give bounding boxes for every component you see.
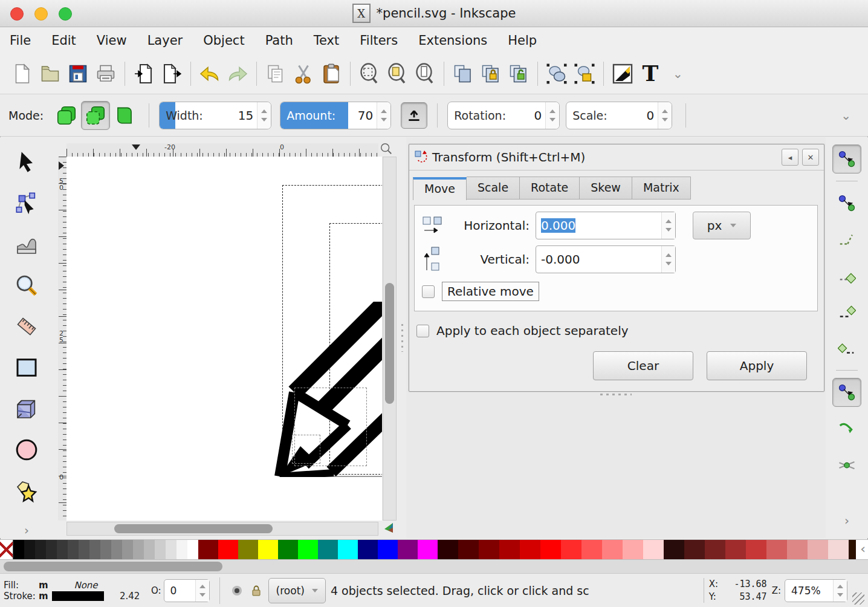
import-button[interactable]: [130, 60, 158, 88]
unlink-clone-button[interactable]: [505, 60, 533, 88]
zoom-input[interactable]: 475%: [785, 579, 847, 602]
menu-filters[interactable]: Filters: [360, 33, 398, 48]
dock-collapse-button[interactable]: ◂: [782, 149, 798, 166]
undo-button[interactable]: [196, 60, 224, 88]
palette-swatch[interactable]: [24, 540, 35, 559]
palette-swatch[interactable]: [100, 540, 111, 559]
palette-swatch[interactable]: [418, 540, 438, 559]
palette-swatch[interactable]: [79, 540, 89, 559]
apply-each-checkbox[interactable]: [416, 325, 429, 337]
palette-swatch[interactable]: [187, 540, 198, 559]
width-spinner-arrows[interactable]: [257, 102, 271, 129]
palette-swatch[interactable]: [144, 540, 155, 559]
tab-rotate[interactable]: Rotate: [520, 177, 580, 200]
palette-swatch[interactable]: [438, 540, 458, 559]
palette-swatch[interactable]: [298, 540, 318, 559]
palette-swatch[interactable]: [623, 540, 643, 559]
menu-object[interactable]: Object: [203, 33, 244, 48]
palette-swatch[interactable]: [499, 540, 520, 559]
palette-swatch[interactable]: [787, 540, 808, 559]
scale-spinner-arrows[interactable]: [658, 102, 672, 129]
tab-move[interactable]: Move: [413, 177, 467, 200]
zoom-tool-button[interactable]: [13, 271, 40, 299]
palette-swatch[interactable]: [458, 540, 479, 559]
tweak-mode-jitter-button[interactable]: [110, 101, 139, 130]
snap-bbox-corners-icon[interactable]: [832, 261, 861, 290]
amount-spinner-arrows[interactable]: [377, 102, 390, 129]
text-tool-button[interactable]: T: [636, 60, 664, 88]
width-spin-slider[interactable]: Width: 15: [159, 102, 271, 129]
palette-swatch[interactable]: [358, 540, 378, 559]
palette-swatch[interactable]: [746, 540, 766, 559]
paste-button[interactable]: [317, 60, 345, 88]
palette-swatch[interactable]: [238, 540, 258, 559]
palette-swatch[interactable]: [540, 540, 561, 559]
vertical-input[interactable]: -0.000: [536, 245, 676, 273]
snapbar-overflow-chevron-icon[interactable]: ›: [844, 513, 849, 528]
canvas-viewport[interactable]: [66, 157, 382, 521]
apply-button[interactable]: Apply: [707, 351, 807, 380]
window-resize-grip[interactable]: [852, 592, 864, 605]
zoom-page-button[interactable]: [411, 60, 439, 88]
palette-swatch[interactable]: [258, 540, 278, 559]
palette-swatch[interactable]: [602, 540, 623, 559]
snap-nodes-button[interactable]: [832, 378, 861, 407]
palette-swatch[interactable]: [218, 540, 238, 559]
tweak-mode-move-in-out-button[interactable]: [81, 101, 110, 130]
fill-stroke-dialog-button[interactable]: [609, 60, 636, 88]
snap-bbox-button[interactable]: [832, 189, 861, 218]
3dbox-tool-button[interactable]: [13, 395, 40, 423]
palette-swatch[interactable]: [684, 540, 705, 559]
layer-visibility-icon[interactable]: [230, 583, 244, 598]
print-button[interactable]: [92, 60, 120, 88]
palette-swatch[interactable]: [166, 540, 177, 559]
layer-lock-icon[interactable]: [249, 583, 264, 598]
palette-scrollbar[interactable]: [0, 560, 868, 573]
snap-bbox-edges-icon[interactable]: [832, 225, 861, 254]
pressure-sensitivity-button[interactable]: [401, 102, 427, 129]
snap-to-paths-icon[interactable]: [832, 414, 861, 443]
export-button[interactable]: [158, 60, 186, 88]
scale-spin-slider[interactable]: Scale: 0: [566, 102, 672, 129]
rectangle-tool-button[interactable]: [13, 354, 40, 381]
menu-text[interactable]: Text: [314, 33, 339, 48]
palette-swatch[interactable]: [46, 540, 57, 559]
tab-matrix[interactable]: Matrix: [632, 177, 691, 200]
palette-swatch[interactable]: [89, 540, 100, 559]
palette-scroll-left-icon[interactable]: ‹: [860, 541, 866, 556]
snap-bbox-centers-icon[interactable]: [832, 334, 861, 363]
copy-button[interactable]: [262, 60, 290, 88]
snap-path-intersections-icon[interactable]: [832, 450, 861, 479]
vertical-scrollbar[interactable]: [383, 157, 397, 521]
rotation-spinner-arrows[interactable]: [545, 102, 559, 129]
palette-swatch[interactable]: [155, 540, 166, 559]
vertical-spinner-arrows[interactable]: [661, 246, 675, 273]
zoom-drawing-button[interactable]: [383, 60, 411, 88]
toolbox-overflow-chevron-icon[interactable]: ›: [24, 523, 29, 537]
palette-swatch[interactable]: [318, 540, 338, 559]
dock-resize-grip[interactable]: [406, 394, 826, 395]
palette-scrollbar-thumb[interactable]: [4, 562, 222, 571]
zoom-spinner-arrows[interactable]: [833, 580, 847, 602]
new-document-button[interactable]: [8, 60, 36, 88]
relative-move-checkbox[interactable]: [422, 285, 435, 298]
palette-swatch[interactable]: [398, 540, 418, 559]
palette-swatch[interactable]: [57, 540, 68, 559]
selector-tool-button[interactable]: [13, 148, 40, 176]
tweak-tool-button[interactable]: [13, 230, 40, 258]
horizontal-scrollbar-thumb[interactable]: [114, 524, 273, 533]
menu-edit[interactable]: Edit: [51, 33, 76, 48]
menu-file[interactable]: File: [10, 33, 31, 48]
color-managed-view-icon[interactable]: [382, 521, 397, 537]
palette-swatch[interactable]: [849, 540, 856, 559]
opacity-input[interactable]: 0: [164, 579, 210, 602]
menu-help[interactable]: Help: [508, 33, 537, 48]
vertical-scrollbar-thumb[interactable]: [385, 283, 394, 404]
horizontal-scrollbar[interactable]: [66, 522, 378, 536]
palette-swatch[interactable]: [198, 540, 218, 559]
amount-spin-slider[interactable]: Amount: 70: [280, 102, 391, 129]
measure-tool-button[interactable]: [13, 313, 40, 340]
tab-skew[interactable]: Skew: [580, 177, 632, 200]
palette-swatch[interactable]: [177, 540, 187, 559]
fill-stroke-indicator[interactable]: Fill: m None Stroke: m 2.42: [4, 580, 146, 602]
